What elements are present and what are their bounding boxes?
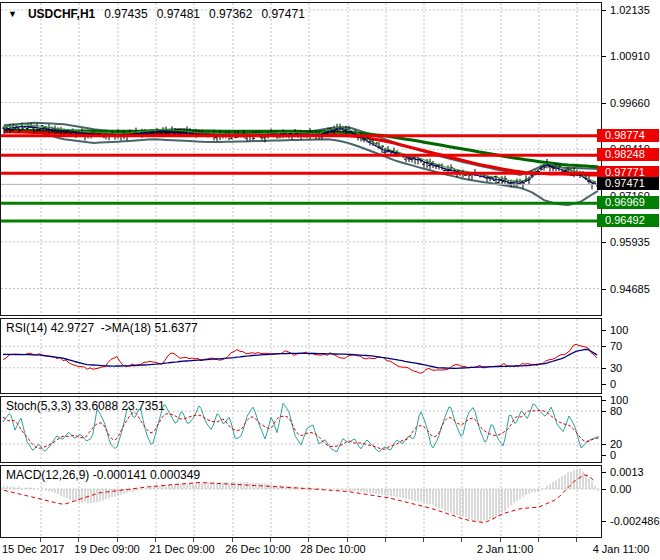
rsi-pane[interactable]: RSI(14) 42.9727 ->MA(18) 51.6377 bbox=[0, 318, 602, 394]
date-tick bbox=[385, 538, 386, 542]
macd-axis-label: 0.00 bbox=[610, 483, 631, 495]
axis-tick bbox=[602, 472, 606, 473]
axis-tick bbox=[602, 521, 606, 522]
axis-tick bbox=[602, 10, 606, 11]
trading-chart-window: ▼USDCHF,H10.974350.974810.973620.97471 R… bbox=[0, 0, 660, 560]
axis-tick bbox=[602, 411, 606, 412]
date-tick bbox=[117, 538, 118, 542]
price-badge: 0.98248 bbox=[597, 148, 659, 161]
stoch-axis-label: 80 bbox=[610, 405, 622, 417]
price-badge: 0.98774 bbox=[597, 129, 659, 142]
ohlc-low: 0.97362 bbox=[209, 7, 252, 21]
macd-axis-label: -0.002486 bbox=[610, 515, 660, 527]
chart-header: ▼USDCHF,H10.974350.974810.973620.97471 bbox=[8, 7, 305, 21]
date-axis-label: 28 Dec 10:00 bbox=[300, 543, 365, 555]
date-tick bbox=[308, 538, 309, 542]
price-axis-label: 0.94685 bbox=[610, 283, 650, 295]
date-axis-label: 15 Dec 2017 bbox=[2, 543, 64, 555]
date-tick bbox=[193, 538, 194, 542]
date-tick bbox=[270, 538, 271, 542]
symbol-label: USDCHF,H1 bbox=[28, 7, 95, 21]
macd-label: MACD(12,26,9) -0.000141 0.000349 bbox=[6, 468, 200, 482]
axis-tick bbox=[602, 330, 606, 331]
axis-tick bbox=[602, 289, 606, 290]
price-axis-label: 0.95935 bbox=[610, 236, 650, 248]
ohlc-close: 0.97471 bbox=[261, 7, 304, 21]
date-tick bbox=[500, 538, 501, 542]
date-tick bbox=[78, 538, 79, 542]
rsi-axis-label: 100 bbox=[610, 324, 628, 336]
ohlc-high: 0.97481 bbox=[157, 7, 200, 21]
date-axis-label: 21 Dec 09:00 bbox=[149, 543, 214, 555]
date-tick bbox=[576, 538, 577, 542]
price-axis-label: 0.99660 bbox=[610, 97, 650, 109]
axis-tick bbox=[602, 489, 606, 490]
dropdown-arrow-icon[interactable]: ▼ bbox=[8, 9, 17, 19]
axis-tick bbox=[602, 400, 606, 401]
macd-pane[interactable]: MACD(12,26,9) -0.000141 0.000349 bbox=[0, 465, 602, 538]
price-axis[interactable]: 1.021351.009100.996600.984100.971600.959… bbox=[602, 0, 660, 538]
date-tick bbox=[155, 538, 156, 542]
rsi-label: RSI(14) 42.9727 ->MA(18) 51.6377 bbox=[6, 321, 198, 335]
date-axis[interactable]: 15 Dec 201719 Dec 09:0021 Dec 09:0026 De… bbox=[0, 538, 660, 560]
axis-tick bbox=[602, 384, 606, 385]
price-badge: 0.96492 bbox=[597, 214, 659, 227]
ohlc-open: 0.97435 bbox=[104, 7, 147, 21]
date-axis-label: 19 Dec 09:00 bbox=[74, 543, 139, 555]
rsi-axis-label: 70 bbox=[610, 340, 622, 352]
date-axis-label: 2 Jan 11:00 bbox=[477, 543, 534, 555]
date-axis-label: 26 Dec 10:00 bbox=[225, 543, 290, 555]
axis-tick bbox=[602, 455, 606, 456]
axis-tick bbox=[602, 242, 606, 243]
date-tick bbox=[40, 538, 41, 542]
date-tick bbox=[461, 538, 462, 542]
date-tick bbox=[232, 538, 233, 542]
stoch-axis-label: 0 bbox=[610, 449, 616, 461]
stochastic-label: Stoch(5,3,3) 33.6088 23.7351 bbox=[6, 399, 165, 413]
axis-tick bbox=[602, 56, 606, 57]
price-pane[interactable]: ▼USDCHF,H10.974350.974810.973620.97471 bbox=[0, 2, 602, 316]
price-chart-canvas bbox=[1, 3, 601, 315]
price-badge: 0.97471 bbox=[597, 177, 659, 190]
price-badge: 0.96969 bbox=[597, 196, 659, 209]
date-tick bbox=[423, 538, 424, 542]
rsi-axis-label: 0 bbox=[610, 378, 616, 390]
date-axis-label: 4 Jan 11:00 bbox=[593, 543, 650, 555]
rsi-axis-label: 30 bbox=[610, 362, 622, 374]
stochastic-pane[interactable]: Stoch(5,3,3) 33.6088 23.7351 bbox=[0, 396, 602, 463]
axis-tick bbox=[602, 346, 606, 347]
date-tick bbox=[347, 538, 348, 542]
price-axis-label: 1.02135 bbox=[610, 4, 650, 16]
axis-tick bbox=[602, 103, 606, 104]
price-axis-label: 1.00910 bbox=[610, 50, 650, 62]
axis-tick bbox=[602, 444, 606, 445]
macd-axis-label: 0.0013 bbox=[610, 466, 644, 478]
date-tick bbox=[538, 538, 539, 542]
axis-tick bbox=[602, 368, 606, 369]
